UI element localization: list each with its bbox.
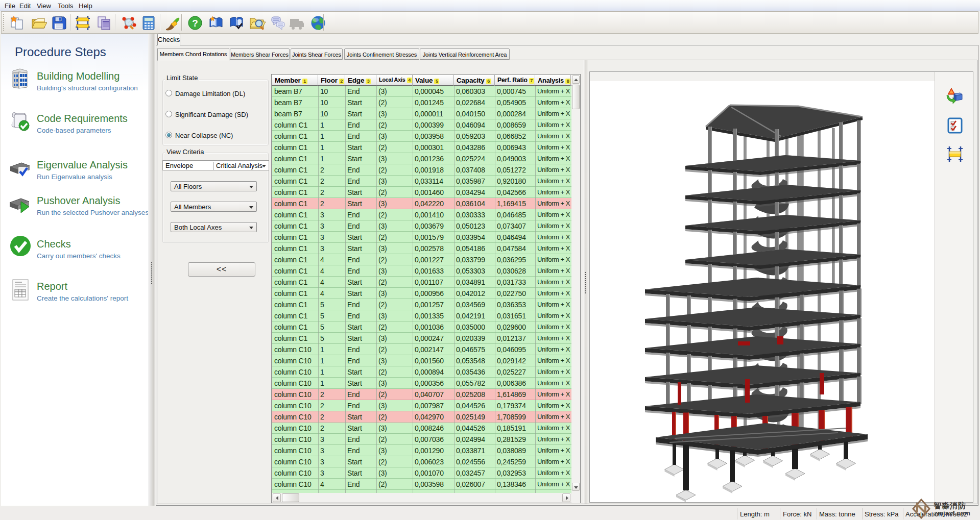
svg-text:?: ?: [192, 18, 198, 29]
